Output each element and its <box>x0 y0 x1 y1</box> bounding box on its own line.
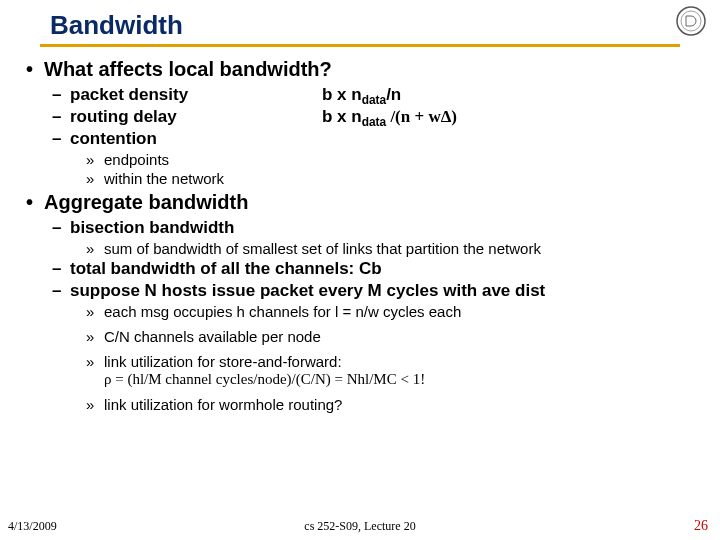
title-underline <box>40 44 680 47</box>
bullet-each-msg: each msg occupies h channels for l = n/w… <box>86 303 706 320</box>
slide-title: Bandwidth <box>50 10 183 41</box>
bullet-store-forward: link utilization for store-and-forward: … <box>86 353 706 388</box>
expr-rd-sub: data <box>362 115 386 129</box>
bullet-bisection-def: sum of bandwidth of smallest set of link… <box>86 240 706 257</box>
footer-page-number: 26 <box>694 518 708 534</box>
text-routing-delay: routing delay <box>70 107 177 126</box>
bullet-bisection-bw: bisection bandwidth <box>52 218 706 238</box>
expr-packet-density: b x ndata/n <box>322 85 401 107</box>
expr-pd-sub: data <box>362 93 386 107</box>
seal-logo <box>676 6 706 36</box>
footer-center: cs 252-S09, Lecture 20 <box>0 519 720 534</box>
bullet-within-network: within the network <box>86 170 706 187</box>
bullet-routing-delay: routing delay b x ndata /(n + wΔ) <box>52 107 706 127</box>
text-packet-density: packet density <box>70 85 188 104</box>
bullet-packet-density: packet density b x ndata/n <box>52 85 706 105</box>
bullet-contention: contention <box>52 129 706 149</box>
expr-pd-pre: b x n <box>322 85 362 104</box>
expr-rd-post: /(n + wΔ) <box>386 107 457 126</box>
bullet-local-bw: What affects local bandwidth? <box>26 58 706 81</box>
bullet-suppose: suppose N hosts issue packet every M cyc… <box>52 281 706 301</box>
svg-point-1 <box>681 11 701 31</box>
bullet-endpoints: endpoints <box>86 151 706 168</box>
bullet-cn-channels: C/N channels available per node <box>86 328 706 345</box>
slide: Bandwidth What affects local bandwidth? … <box>0 0 720 540</box>
bullet-aggregate-bw: Aggregate bandwidth <box>26 191 706 214</box>
text-sf-line2: ρ = (hl/M channel cycles/node)/(C/N) = N… <box>104 371 425 387</box>
expr-routing-delay: b x ndata /(n + wΔ) <box>322 107 457 129</box>
bullet-total-bw: total bandwidth of all the channels: Cb <box>52 259 706 279</box>
expr-pd-post: /n <box>386 85 401 104</box>
bullet-wormhole: link utilization for wormhole routing? <box>86 396 706 413</box>
slide-body: What affects local bandwidth? packet den… <box>26 54 706 415</box>
expr-rd-pre: b x n <box>322 107 362 126</box>
text-sf-line1: link utilization for store-and-forward: <box>104 353 342 370</box>
